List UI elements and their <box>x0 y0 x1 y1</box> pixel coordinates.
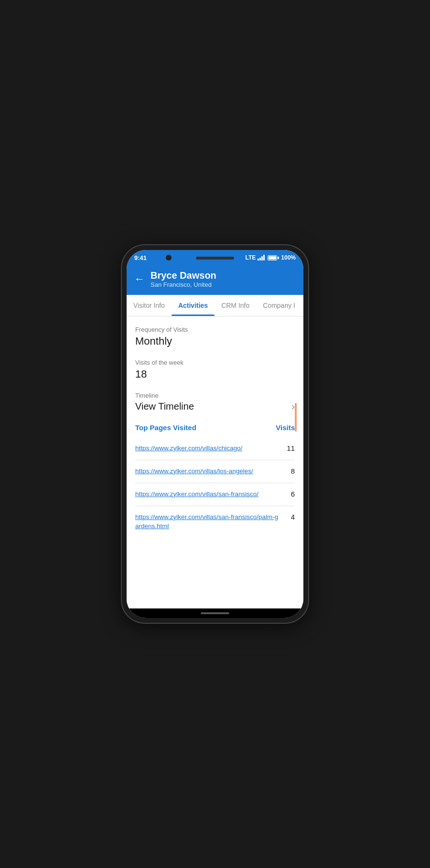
screen-content: 9:41 LTE 100% <box>127 250 303 618</box>
page-visits-2: 8 <box>283 467 295 475</box>
page-visits-3: 6 <box>283 490 295 498</box>
tab-visitor-info[interactable]: Visitor Info <box>127 295 172 316</box>
signal-icon <box>258 255 265 260</box>
timeline-link-text: View Timeline <box>135 401 194 412</box>
battery-icon <box>268 255 279 260</box>
contact-name: Bryce Dawson <box>150 270 216 281</box>
top-pages-section: Top Pages Visited Visits https://www.zyl… <box>135 423 295 537</box>
page-visits-4: 4 <box>283 513 295 521</box>
page-row-3: https://www.zylker.com/villas/san-fransi… <box>135 483 295 506</box>
camera <box>166 255 172 260</box>
chevron-right-icon: › <box>291 401 295 412</box>
page-url-1[interactable]: https://www.zylker.com/villas/chicago/ <box>135 444 280 453</box>
timeline-label: Timeline <box>135 392 295 399</box>
visits-week-group: Visits of the week 18 <box>135 359 295 380</box>
timeline-row[interactable]: View Timeline › <box>135 401 295 412</box>
visits-week-label: Visits of the week <box>135 359 295 366</box>
header-info: Bryce Dawson San Francisco, United <box>150 270 216 288</box>
page-url-3[interactable]: https://www.zylker.com/villas/san-fransi… <box>135 490 280 499</box>
frequency-group: Frequency of Visits Monthly <box>135 326 295 347</box>
status-icons: LTE 100% <box>246 254 296 261</box>
phone-frame: 9:41 LTE 100% <box>122 245 308 623</box>
status-time: 9:41 <box>134 254 147 261</box>
page-row-4: https://www.zylker.com/villas/san-fransi… <box>135 506 295 538</box>
frequency-value: Monthly <box>135 335 295 347</box>
back-button[interactable]: ← <box>134 274 145 284</box>
page-url-4[interactable]: https://www.zylker.com/villas/san-fransi… <box>135 513 280 531</box>
page-url-2[interactable]: https://www.zylker.com/villas/los-angele… <box>135 467 280 476</box>
top-pages-title: Top Pages Visited <box>135 423 196 432</box>
bottom-bar <box>127 608 303 618</box>
battery-percent: 100% <box>281 254 296 261</box>
main-content: Frequency of Visits Monthly Visits of th… <box>127 316 303 608</box>
app-header: ← Bryce Dawson San Francisco, United <box>127 265 303 295</box>
visits-week-value: 18 <box>135 368 295 380</box>
frequency-label: Frequency of Visits <box>135 326 295 333</box>
page-visits-1: 11 <box>283 444 295 452</box>
top-pages-header: Top Pages Visited Visits <box>135 423 295 432</box>
contact-location: San Francisco, United <box>150 281 216 288</box>
timeline-group: Timeline View Timeline › <box>135 392 295 412</box>
home-indicator <box>201 612 229 614</box>
tab-activities[interactable]: Activities <box>172 295 215 316</box>
visits-col-label: Visits <box>276 423 295 432</box>
page-row-1: https://www.zylker.com/villas/chicago/ 1… <box>135 437 295 460</box>
scroll-indicator <box>295 403 297 432</box>
tabs-bar: Visitor Info Activities CRM Info Company… <box>127 295 303 316</box>
speaker <box>196 257 234 260</box>
lte-label: LTE <box>246 254 256 261</box>
tab-crm-info[interactable]: CRM Info <box>215 295 256 316</box>
page-row-2: https://www.zylker.com/villas/los-angele… <box>135 460 295 483</box>
phone-screen: 9:41 LTE 100% <box>127 250 303 618</box>
tab-company-info[interactable]: Company I <box>256 295 302 316</box>
